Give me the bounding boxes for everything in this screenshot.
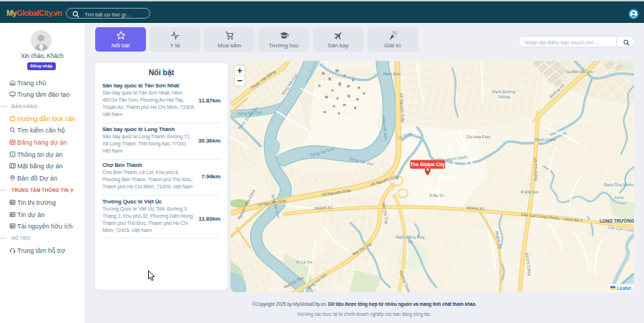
svg-text:Sg.Bến Đò Lớn: Sg.Bến Đò Lớn — [566, 69, 594, 74]
svg-text:Xuồng: Xuồng — [498, 95, 509, 99]
svg-text:Rạch Chiếc: Rạch Chiếc — [535, 138, 556, 142]
svg-text:Rạch Ông Nhiêu: Rạch Ông Nhiêu — [604, 183, 633, 187]
svg-text:Cio Hoa Pool: Cio Hoa Pool — [467, 135, 490, 139]
svg-text:+: + — [237, 66, 242, 76]
svg-text:Rạch Đào: Rạch Đào — [383, 72, 401, 76]
svg-text:R.Cá Trê: R.Cá Trê — [296, 260, 312, 264]
svg-text:Leaflet: Leaflet — [618, 286, 632, 291]
svg-text:Rạch Cống Ông: Rạch Cống Ông — [396, 235, 424, 239]
svg-text:R.Bà Tri: R.Bà Tri — [429, 193, 444, 198]
svg-text:Tề: Tề — [408, 240, 413, 244]
svg-text:Rạch Đường: Rạch Đường — [492, 90, 515, 94]
svg-text:−: − — [237, 75, 243, 86]
svg-text:Kênh: Kênh — [615, 196, 624, 200]
svg-text:LONG TRƯỜNG: LONG TRƯỜNG — [600, 218, 634, 223]
svg-text:R.Đất Sét: R.Đất Sét — [521, 190, 539, 194]
